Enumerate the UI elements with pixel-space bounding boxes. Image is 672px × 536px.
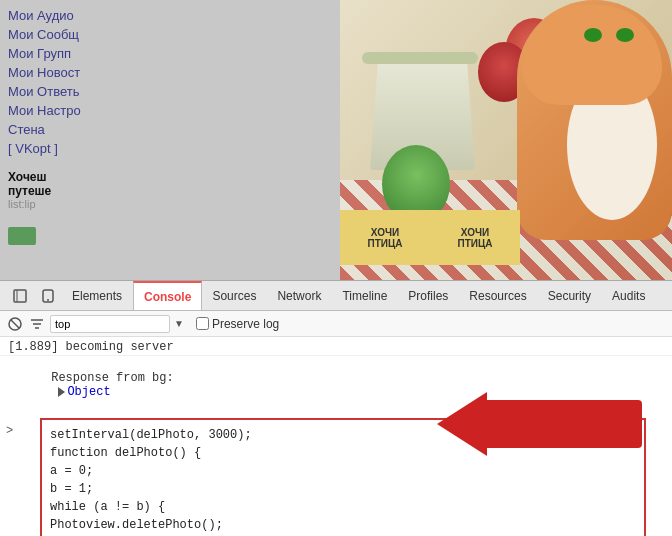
tab-security[interactable]: Security [538,281,602,310]
cat-eye-left [584,28,602,42]
nav-item-settings[interactable]: Мои Настро [8,103,332,118]
nav-item-vkopt[interactable]: [ VKopt ] [8,141,332,156]
nav-item-wall[interactable]: Стена [8,122,332,137]
nav-item-messages[interactable]: Мои Сообщ [8,27,332,42]
tab-console[interactable]: Console [133,281,202,310]
svg-point-3 [47,299,49,301]
preserve-log-label: Preserve log [212,317,279,331]
tab-sources[interactable]: Sources [202,281,267,310]
website-preview: Мои Аудио Мои Сообщ Мои Групп Мои Новост… [0,0,672,280]
promo-text-3: list:lip [8,198,332,210]
inspect-icon[interactable] [6,281,34,310]
nav-item-audio[interactable]: Мои Аудио [8,8,332,23]
preserve-log-checkbox[interactable] [196,317,209,330]
console-filter-input[interactable] [50,315,170,333]
promo-text-1: Хочеш [8,170,332,184]
tab-resources[interactable]: Resources [459,281,537,310]
left-nav-panel: Мои Аудио Мои Сообщ Мои Групп Мои Новост… [0,0,340,280]
preserve-log-container[interactable]: Preserve log [196,317,279,331]
promo-text-2: путеше [8,184,332,198]
arrow-body [487,400,642,448]
filter-icon[interactable] [28,315,46,333]
code-line-3: a = 0; [50,462,636,480]
code-line-4: b = 1; [50,480,636,498]
clear-console-icon[interactable] [6,315,24,333]
console-toolbar: ▼ Preserve log [0,311,672,337]
tab-elements[interactable]: Elements [62,281,133,310]
code-line-6: Photoview.deletePhoto(); [50,516,636,534]
promo-overlay-text-2: ХОЧИПТИЦА [455,225,494,251]
tab-audits[interactable]: Audits [602,281,656,310]
tab-network[interactable]: Network [267,281,332,310]
devtools-tabs-bar: Elements Console Sources Network Timelin… [0,281,672,311]
mobile-icon[interactable] [34,281,62,310]
code-line-5: while (a != b) { [50,498,636,516]
red-arrow-overlay [437,392,642,456]
svg-line-5 [11,320,19,328]
promo-overlay-text-1: ХОЧИПТИЦА [365,225,404,251]
svg-rect-0 [14,290,26,302]
bucket-rim [362,52,478,64]
promo-overlay-2: ХОЧИПТИЦА [430,210,520,265]
nav-item-news[interactable]: Мои Новост [8,65,332,80]
nav-item-groups[interactable]: Мои Групп [8,46,332,61]
nav-item-answers[interactable]: Мои Ответь [8,84,332,99]
green-action-button[interactable] [8,227,36,245]
tab-timeline[interactable]: Timeline [332,281,398,310]
filter-dropdown-arrow[interactable]: ▼ [174,318,184,329]
image-panel: ХОЧИПТИЦА ХОЧИПТИЦА [340,0,672,280]
code-prompt: > [6,424,13,438]
arrow-head-icon [437,392,487,456]
tab-profiles[interactable]: Profiles [398,281,459,310]
object-label[interactable]: Object [67,385,110,399]
console-line-1: [1.889] becoming server [0,339,672,356]
promo-overlay-1: ХОЧИПТИЦА [340,210,430,265]
cat-eye-right [616,28,634,42]
cat-scene: ХОЧИПТИЦА ХОЧИПТИЦА [340,0,672,280]
object-triangle-icon[interactable] [58,387,65,397]
